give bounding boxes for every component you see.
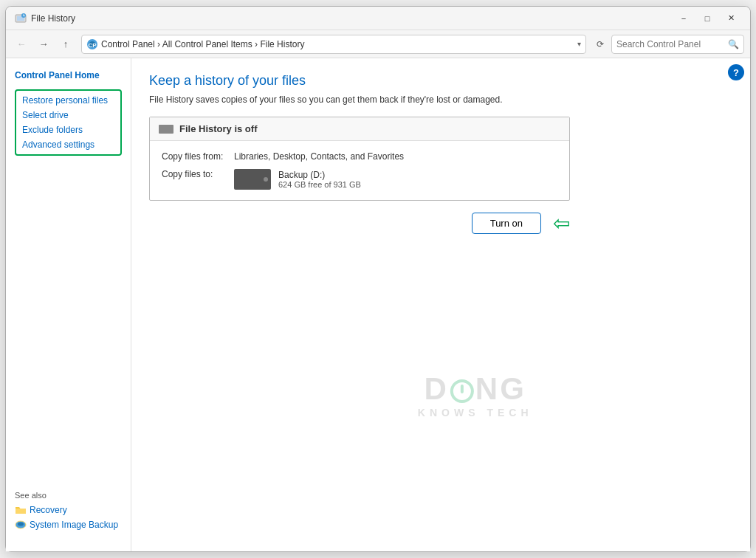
file-history-status: File History is off [179,123,257,134]
turn-on-button[interactable]: Turn on [472,213,541,234]
search-bar[interactable]: 🔍 [611,35,744,54]
search-icon: 🔍 [728,39,739,49]
close-button[interactable]: ✕ [721,11,741,26]
svg-line-4 [24,16,24,16]
copy-to-row: Copy files to: Backup (D:) 624 GB free o… [162,169,557,190]
sidebar-nav: Restore personal files Select drive Excl… [15,89,122,156]
file-history-body: Copy files from: Libraries, Desktop, Con… [150,141,569,200]
drive-space: 624 GB free of 931 GB [278,180,361,189]
sidebar-item-restore[interactable]: Restore personal files [22,95,114,106]
sidebar-bottom: See also Recovery System Image Backup [15,491,122,540]
copy-from-label: Copy files from: [162,151,228,162]
copy-from-value: Libraries, Desktop, Contacts, and Favori… [234,151,404,162]
address-icon: CP [86,38,98,50]
file-history-box: File History is off Copy files from: Lib… [149,117,570,201]
sidebar: Control Panel Home Restore personal file… [6,58,131,551]
green-arrow-icon: ⇦ [553,213,570,234]
up-button[interactable]: ↑ [56,35,75,54]
drive-name: Backup (D:) [278,170,361,180]
maximize-button[interactable]: □ [697,11,718,26]
sidebar-system-image-link[interactable]: System Image Backup [15,519,122,531]
copy-to-label: Copy files to: [162,169,228,179]
address-dropdown-icon[interactable]: ▾ [577,40,581,48]
drive-info: Backup (D:) 624 GB free of 931 GB [234,169,361,190]
folder-icon [15,504,27,516]
sidebar-item-advanced-settings[interactable]: Advanced settings [22,140,114,150]
shield-drive-icon [15,519,27,531]
drive-icon [234,169,271,190]
svg-point-9 [18,523,24,526]
main-window: File History − □ ✕ ← → ↑ CP Control Pane… [5,6,751,552]
sidebar-item-exclude-folders[interactable]: Exclude folders [22,125,114,135]
minimize-button[interactable]: − [673,11,694,26]
sidebar-top: Control Panel Home Restore personal file… [15,70,122,156]
app-icon [15,13,27,24]
sidebar-home-link[interactable]: Control Panel Home [15,70,122,80]
sidebar-item-select-drive[interactable]: Select drive [22,110,114,120]
page-description: File History saves copies of your files … [149,94,732,105]
page-title: Keep a history of your files [149,73,732,89]
title-bar: File History − □ ✕ [6,7,750,30]
watermark-brand: D NG [418,371,533,407]
turn-on-row: Turn on ⇦ [149,213,570,234]
svg-text:CP: CP [88,41,97,48]
watermark-sub: KNOWS TECH [418,407,533,418]
address-text: Control Panel › All Control Panel Items … [101,39,574,49]
search-input[interactable] [616,39,728,49]
refresh-button[interactable]: ⟳ [592,36,608,52]
file-history-header: File History is off [150,117,569,141]
arrow-indicator: ⇦ [553,213,570,234]
power-icon [450,379,474,403]
address-bar[interactable]: CP Control Panel › All Control Panel Ite… [81,35,586,54]
drive-text: Backup (D:) 624 GB free of 931 GB [278,170,361,189]
sidebar-recovery-link[interactable]: Recovery [15,504,122,516]
status-drive-icon [159,125,173,134]
help-button[interactable]: ? [728,64,744,80]
forward-button[interactable]: → [34,35,53,54]
content-area: Control Panel Home Restore personal file… [6,58,750,551]
main-content: ? Keep a history of your files File Hist… [131,58,750,551]
watermark: D NG KNOWS TECH [418,371,533,418]
back-button[interactable]: ← [12,35,31,54]
copy-from-row: Copy files from: Libraries, Desktop, Con… [162,151,557,162]
navigation-bar: ← → ↑ CP Control Panel › All Control Pan… [6,30,750,58]
window-title: File History [31,13,673,24]
see-also-label: See also [15,491,122,500]
window-controls: − □ ✕ [673,11,741,26]
